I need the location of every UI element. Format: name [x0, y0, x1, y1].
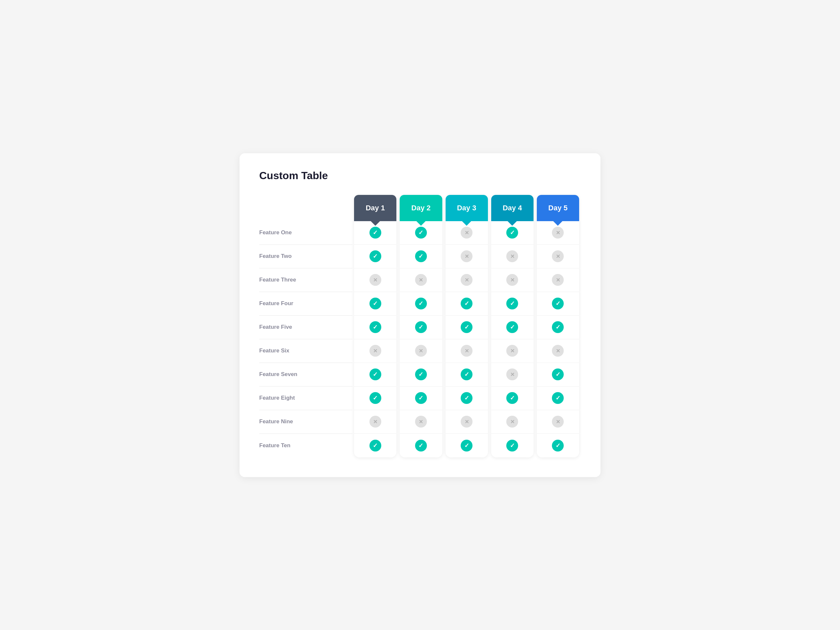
cross-icon: [461, 250, 472, 262]
table-container: Feature OneFeature TwoFeature ThreeFeatu…: [259, 195, 581, 458]
day-cell-5-row-6: [537, 339, 579, 363]
feature-cell: Feature Ten: [259, 434, 352, 458]
check-icon: [369, 250, 381, 262]
day-header-3: Day 3: [445, 195, 488, 221]
check-icon: [415, 321, 427, 333]
feature-label: Feature Five: [259, 324, 292, 330]
header-spacer: [259, 195, 352, 221]
check-icon: [415, 227, 427, 238]
day-cell-3-row-5: [445, 316, 488, 339]
cross-icon: [415, 274, 427, 286]
day-column-5: Day 5: [537, 195, 579, 458]
day-cell-1-row-3: [354, 268, 396, 292]
day-cell-1-row-10: [354, 434, 396, 458]
feature-label: Feature Four: [259, 300, 293, 307]
day-cell-4-row-3: [491, 268, 534, 292]
day-cell-2-row-8: [399, 387, 442, 410]
feature-label: Feature Seven: [259, 371, 297, 378]
feature-cell: Feature Nine: [259, 410, 352, 434]
day-cell-2-row-10: [399, 434, 442, 458]
day-cell-3-row-6: [445, 339, 488, 363]
day-cell-3-row-10: [445, 434, 488, 458]
check-icon: [506, 227, 518, 238]
cross-icon: [461, 274, 472, 286]
check-icon: [369, 321, 381, 333]
check-icon: [369, 440, 381, 452]
day-cell-5-row-4: [537, 292, 579, 316]
feature-column: Feature OneFeature TwoFeature ThreeFeatu…: [259, 195, 352, 458]
day-cell-2-row-2: [399, 245, 442, 268]
day-cell-1-row-9: [354, 410, 396, 434]
day-cell-1-row-2: [354, 245, 396, 268]
day-cell-1-row-7: [354, 363, 396, 387]
day-cell-4-row-10: [491, 434, 534, 458]
feature-label: Feature Six: [259, 347, 289, 354]
day-column-1: Day 1: [354, 195, 396, 458]
day-header-5: Day 5: [537, 195, 579, 221]
day-cell-2-row-9: [399, 410, 442, 434]
page-wrapper: Custom Table Feature OneFeature TwoFeatu…: [240, 153, 600, 477]
day-cell-1-row-4: [354, 292, 396, 316]
feature-cell: Feature Eight: [259, 387, 352, 410]
check-icon: [461, 321, 472, 333]
day-cell-5-row-8: [537, 387, 579, 410]
day-cell-3-row-3: [445, 268, 488, 292]
cross-icon: [461, 227, 472, 238]
feature-label: Feature Nine: [259, 418, 293, 425]
cross-icon: [552, 250, 564, 262]
cross-icon: [552, 227, 564, 238]
day-cell-4-row-5: [491, 316, 534, 339]
check-icon: [552, 440, 564, 452]
cross-icon: [369, 416, 381, 428]
feature-label: Feature Ten: [259, 442, 291, 449]
cross-icon: [552, 345, 564, 357]
feature-cell: Feature One: [259, 221, 352, 245]
day-header-2: Day 2: [399, 195, 442, 221]
day-cell-5-row-2: [537, 245, 579, 268]
feature-cell: Feature Two: [259, 245, 352, 268]
cross-icon: [461, 345, 472, 357]
check-icon: [415, 392, 427, 404]
cross-icon: [415, 416, 427, 428]
check-icon: [552, 368, 564, 380]
cross-icon: [552, 416, 564, 428]
check-icon: [506, 321, 518, 333]
check-icon: [369, 368, 381, 380]
day-column-4: Day 4: [491, 195, 534, 458]
check-icon: [506, 392, 518, 404]
cross-icon: [506, 250, 518, 262]
feature-label: Feature Two: [259, 253, 292, 259]
check-icon: [369, 392, 381, 404]
day-cell-4-row-7: [491, 363, 534, 387]
check-icon: [369, 227, 381, 238]
cross-icon: [552, 274, 564, 286]
day-header-1: Day 1: [354, 195, 396, 221]
cross-icon: [369, 274, 381, 286]
day-cell-5-row-5: [537, 316, 579, 339]
check-icon: [552, 321, 564, 333]
check-icon: [415, 250, 427, 262]
feature-cell: Feature Seven: [259, 363, 352, 387]
check-icon: [461, 298, 472, 309]
feature-cell: Feature Six: [259, 339, 352, 363]
feature-cell: Feature Five: [259, 316, 352, 339]
check-icon: [552, 298, 564, 309]
check-icon: [415, 368, 427, 380]
feature-label: Feature Eight: [259, 395, 295, 401]
cross-icon: [506, 416, 518, 428]
day-cell-4-row-9: [491, 410, 534, 434]
day-cell-4-row-8: [491, 387, 534, 410]
cross-icon: [506, 274, 518, 286]
day-cell-4-row-2: [491, 245, 534, 268]
day-cell-4-row-6: [491, 339, 534, 363]
feature-label: Feature Three: [259, 276, 296, 283]
day-cell-3-row-4: [445, 292, 488, 316]
check-icon: [461, 368, 472, 380]
cross-icon: [415, 345, 427, 357]
day-cell-2-row-3: [399, 268, 442, 292]
day-cell-2-row-5: [399, 316, 442, 339]
feature-cell: Feature Three: [259, 268, 352, 292]
day-cell-4-row-4: [491, 292, 534, 316]
day-cell-5-row-3: [537, 268, 579, 292]
day-cell-1-row-8: [354, 387, 396, 410]
